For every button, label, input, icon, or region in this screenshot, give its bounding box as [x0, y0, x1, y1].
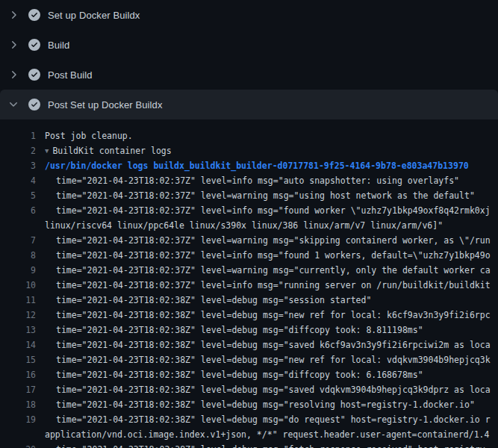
log-row: 6 time="2021-04-23T18:02:37Z" level=info…	[0, 203, 498, 218]
log-text: /usr/bin/docker logs buildx_buildkit_bui…	[45, 158, 498, 173]
line-number[interactable]: 3	[0, 158, 36, 173]
line-number[interactable]: 14	[0, 337, 36, 352]
log-row: 14 time="2021-04-23T18:02:38Z" level=deb…	[0, 337, 498, 352]
chevron-right-icon	[7, 9, 19, 21]
log-row: 4 time="2021-04-23T18:02:37Z" level=info…	[0, 173, 498, 188]
log-text: time="2021-04-23T18:02:38Z" level=debug …	[45, 382, 498, 397]
command-text: /usr/bin/docker logs buildx_buildkit_bui…	[45, 161, 469, 171]
log-text: time="2021-04-23T18:02:38Z" level=debug …	[45, 293, 498, 308]
line-number[interactable]: 5	[0, 188, 36, 203]
chevron-down-icon	[7, 99, 19, 111]
log-text: time="2021-04-23T18:02:38Z" level=debug …	[45, 337, 498, 352]
line-number[interactable]: 15	[0, 352, 36, 367]
log-area: 1 Post job cleanup. 2 ▼BuildKit containe…	[0, 119, 498, 448]
log-row: 12 time="2021-04-23T18:02:38Z" level=deb…	[0, 308, 498, 323]
step-header-post-build[interactable]: Post Build	[0, 60, 498, 90]
line-number[interactable]: 18	[0, 397, 36, 412]
line-number[interactable]: 7	[0, 233, 36, 248]
check-circle-icon	[28, 39, 40, 51]
log-text: time="2021-04-23T18:02:37Z" level=info m…	[45, 278, 498, 293]
actions-log-viewer: Set up Docker Buildx Build Post Build Po…	[0, 0, 498, 448]
line-number[interactable]: 1	[0, 128, 36, 143]
step-label: Build	[48, 40, 69, 51]
step-list: Set up Docker Buildx Build Post Build Po…	[0, 0, 498, 119]
step-header-build[interactable]: Build	[0, 30, 498, 60]
chevron-right-icon	[7, 39, 19, 51]
log-row: application/vnd.oci.image.index.v1+json,…	[0, 427, 498, 442]
line-number[interactable]: 8	[0, 248, 36, 263]
log-text: time="2021-04-23T18:02:37Z" level=info m…	[45, 203, 498, 218]
log-row: 16 time="2021-04-23T18:02:38Z" level=deb…	[0, 367, 498, 382]
log-row: 11 time="2021-04-23T18:02:38Z" level=deb…	[0, 293, 498, 308]
check-circle-icon	[28, 99, 40, 111]
log-text: time="2021-04-23T18:02:38Z" level=debug …	[45, 352, 498, 367]
log-text: ▼BuildKit container logs	[45, 143, 498, 158]
log-row: 10 time="2021-04-23T18:02:37Z" level=inf…	[0, 278, 498, 293]
log-text: time="2021-04-23T18:02:37Z" level=info m…	[45, 173, 498, 188]
step-label: Set up Docker Buildx	[48, 10, 140, 21]
log-text: time="2021-04-23T18:02:38Z" level=debug …	[45, 397, 498, 412]
line-number[interactable]: 19	[0, 412, 36, 427]
group-title[interactable]: BuildKit container logs	[52, 146, 171, 156]
step-label: Post Build	[48, 69, 93, 81]
step-header-set-up-docker-buildx[interactable]: Set up Docker Buildx	[0, 0, 498, 30]
log-row: 17 time="2021-04-23T18:02:38Z" level=deb…	[0, 382, 498, 397]
log-row: 20 time="2021-04-23T18:02:38Z" level=deb…	[0, 442, 498, 448]
log-row: 1 Post job cleanup.	[0, 128, 498, 143]
line-number[interactable]: 2	[0, 143, 36, 158]
log-text: Post job cleanup.	[45, 128, 498, 143]
log-text: time="2021-04-23T18:02:38Z" level=debug …	[45, 323, 498, 337]
log-row: linux/riscv64 linux/ppc64le linux/s390x …	[0, 218, 498, 233]
log-row: 19 time="2021-04-23T18:02:38Z" level=deb…	[0, 412, 498, 427]
line-number[interactable]: 20	[0, 442, 36, 448]
log-text: time="2021-04-23T18:02:37Z" level=warnin…	[45, 233, 498, 248]
log-row: 13 time="2021-04-23T18:02:38Z" level=deb…	[0, 323, 498, 337]
log-row: 9 time="2021-04-23T18:02:37Z" level=warn…	[0, 263, 498, 278]
step-label: Post Set up Docker Buildx	[48, 99, 163, 111]
log-row: 18 time="2021-04-23T18:02:38Z" level=deb…	[0, 397, 498, 412]
chevron-right-icon	[7, 69, 19, 81]
log-text: time="2021-04-23T18:02:38Z" level=debug …	[45, 367, 498, 382]
step-header-post-set-up-docker-buildx[interactable]: Post Set up Docker Buildx	[0, 90, 498, 119]
log-text: time="2021-04-23T18:02:37Z" level=warnin…	[45, 263, 498, 278]
line-number[interactable]: 17	[0, 382, 36, 397]
log-row: 8 time="2021-04-23T18:02:37Z" level=info…	[0, 248, 498, 263]
log-row: 2 ▼BuildKit container logs	[0, 143, 498, 158]
log-text: time="2021-04-23T18:02:37Z" level=info m…	[45, 248, 498, 263]
log-row: 7 time="2021-04-23T18:02:37Z" level=warn…	[0, 233, 498, 248]
line-number[interactable]: 6	[0, 203, 36, 218]
line-number[interactable]: 4	[0, 173, 36, 188]
line-number[interactable]	[0, 218, 36, 233]
log-text: time="2021-04-23T18:02:38Z" level=debug …	[45, 442, 498, 448]
log-row: 15 time="2021-04-23T18:02:38Z" level=deb…	[0, 352, 498, 367]
log-text: linux/riscv64 linux/ppc64le linux/s390x …	[45, 218, 498, 233]
check-circle-icon	[28, 69, 40, 81]
log-row: 3 /usr/bin/docker logs buildx_buildkit_b…	[0, 158, 498, 173]
log-text: application/vnd.oci.image.index.v1+json,…	[45, 427, 498, 442]
log-text: time="2021-04-23T18:02:37Z" level=warnin…	[45, 188, 498, 203]
line-number[interactable]: 11	[0, 293, 36, 308]
line-number[interactable]: 12	[0, 308, 36, 323]
group-expanded-triangle-icon[interactable]: ▼	[45, 143, 49, 158]
line-number[interactable]: 9	[0, 263, 36, 278]
log-text: time="2021-04-23T18:02:38Z" level=debug …	[45, 308, 498, 323]
log-text: time="2021-04-23T18:02:38Z" level=debug …	[45, 412, 498, 427]
check-circle-icon	[28, 9, 40, 21]
line-number[interactable]: 10	[0, 278, 36, 293]
log-row: 5 time="2021-04-23T18:02:37Z" level=warn…	[0, 188, 498, 203]
line-number[interactable]: 16	[0, 367, 36, 382]
line-number[interactable]: 13	[0, 323, 36, 337]
line-number[interactable]	[0, 427, 36, 442]
